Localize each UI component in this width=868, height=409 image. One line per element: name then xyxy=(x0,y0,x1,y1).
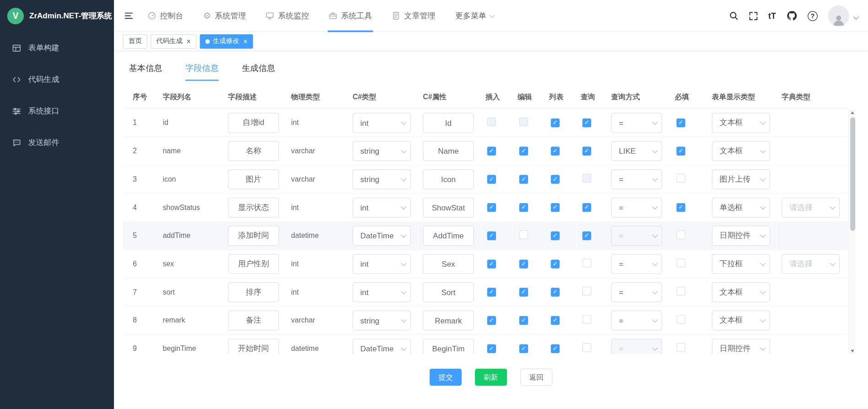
close-icon[interactable]: × xyxy=(243,38,248,45)
display-type-select[interactable]: 文本框 xyxy=(712,141,770,161)
edit-checkbox[interactable]: ✓ xyxy=(519,288,528,296)
insert-checkbox[interactable]: ✓ xyxy=(487,146,496,155)
search-icon[interactable] xyxy=(729,11,739,21)
list-checkbox[interactable]: ✓ xyxy=(551,175,560,183)
github-icon[interactable] xyxy=(787,11,797,21)
sidebar-item-send-email[interactable]: 发送邮件 xyxy=(0,127,114,158)
insert-checkbox[interactable]: ✓ xyxy=(487,175,496,183)
topnav-item-system-manage[interactable]: ⚙系统管理 xyxy=(203,0,246,32)
query-method-select[interactable]: = xyxy=(611,169,662,189)
display-type-select[interactable]: 文本框 xyxy=(712,310,770,330)
field-desc-input[interactable] xyxy=(228,310,279,330)
display-type-select[interactable]: 日期控件 xyxy=(712,226,770,246)
scrollbar-thumb[interactable] xyxy=(850,117,855,231)
query-checkbox[interactable] xyxy=(582,287,591,296)
cs-type-select[interactable]: DateTime xyxy=(353,339,411,354)
sidebar-item-form-builder[interactable]: 表单构建 xyxy=(0,32,114,64)
field-desc-input[interactable] xyxy=(228,339,279,354)
cs-property-input[interactable] xyxy=(423,113,474,133)
topnav-item-article-manage[interactable]: 文章管理 xyxy=(392,0,435,32)
required-checkbox[interactable] xyxy=(676,287,685,296)
app-logo[interactable]: V ZrAdmin.NET-管理系统 xyxy=(0,0,114,32)
query-checkbox[interactable] xyxy=(582,315,591,323)
tab-basic-info[interactable]: 基本信息 xyxy=(129,59,162,81)
topnav-item-system-tools[interactable]: 系统工具 xyxy=(329,0,372,32)
required-checkbox[interactable]: ✓ xyxy=(676,118,685,127)
cs-property-input[interactable] xyxy=(423,254,474,274)
display-type-select[interactable]: 图片上传 xyxy=(712,169,770,189)
cs-type-select[interactable]: int xyxy=(353,282,411,302)
list-checkbox[interactable]: ✓ xyxy=(551,259,560,268)
tab-generate-info[interactable]: 生成信息 xyxy=(242,59,275,81)
list-checkbox[interactable]: ✓ xyxy=(551,231,560,240)
cs-property-input[interactable] xyxy=(423,169,474,189)
help-icon[interactable]: ? xyxy=(808,11,818,21)
back-button[interactable]: 返回 xyxy=(520,369,552,386)
display-type-select[interactable]: 日期控件 xyxy=(712,339,770,354)
query-checkbox[interactable]: ✓ xyxy=(582,118,591,127)
edit-checkbox[interactable]: ✓ xyxy=(519,146,528,155)
chevron-down-icon[interactable] xyxy=(853,14,859,19)
display-type-select[interactable]: 单选框 xyxy=(712,197,770,217)
cs-type-select[interactable]: string xyxy=(353,169,411,189)
refresh-button[interactable]: 刷新 xyxy=(475,369,507,386)
topnav-item-more-menu[interactable]: 更多菜单 xyxy=(455,0,494,32)
query-checkbox[interactable]: ✓ xyxy=(582,203,591,212)
query-method-select[interactable]: = xyxy=(611,197,662,217)
field-desc-input[interactable] xyxy=(228,169,279,189)
query-checkbox[interactable] xyxy=(582,343,591,352)
cs-type-select[interactable]: int xyxy=(353,254,411,274)
query-checkbox[interactable]: ✓ xyxy=(582,146,591,155)
close-icon[interactable]: × xyxy=(187,38,191,45)
fullscreen-icon[interactable] xyxy=(749,11,758,20)
insert-checkbox[interactable]: ✓ xyxy=(487,344,496,353)
cs-type-select[interactable]: DateTime xyxy=(353,226,411,246)
field-desc-input[interactable] xyxy=(228,226,279,246)
display-type-select[interactable]: 文本框 xyxy=(712,282,770,302)
scrollbar-down-icon[interactable] xyxy=(849,347,856,355)
cs-type-select[interactable]: int xyxy=(353,197,411,217)
table-scrollbar[interactable] xyxy=(849,109,856,354)
tab-field-info[interactable]: 字段信息 xyxy=(185,59,219,81)
sidebar-item-system-api[interactable]: 系统接口 xyxy=(0,95,114,127)
cs-property-input[interactable] xyxy=(423,310,474,330)
query-method-select[interactable]: = xyxy=(611,310,662,330)
avatar[interactable] xyxy=(828,5,849,26)
required-checkbox[interactable] xyxy=(676,258,685,267)
sidebar-item-code-generation[interactable]: 代码生成 xyxy=(0,64,114,95)
field-desc-input[interactable] xyxy=(228,197,279,217)
list-checkbox[interactable]: ✓ xyxy=(551,288,560,296)
field-desc-input[interactable] xyxy=(228,113,279,133)
cs-type-select[interactable]: string xyxy=(353,141,411,161)
display-type-select[interactable]: 文本框 xyxy=(712,113,770,133)
list-checkbox[interactable]: ✓ xyxy=(551,118,560,127)
cs-property-input[interactable] xyxy=(423,141,474,161)
cs-property-input[interactable] xyxy=(423,197,474,217)
insert-checkbox[interactable]: ✓ xyxy=(487,316,496,324)
submit-button[interactable]: 提交 xyxy=(430,369,462,386)
insert-checkbox[interactable]: ✓ xyxy=(487,288,496,296)
edit-checkbox[interactable]: ✓ xyxy=(519,316,528,324)
menu-collapse-icon[interactable] xyxy=(124,11,134,21)
edit-checkbox[interactable]: ✓ xyxy=(519,175,528,183)
field-desc-input[interactable] xyxy=(228,282,279,302)
edit-checkbox[interactable]: ✓ xyxy=(519,203,528,212)
query-method-select[interactable]: = xyxy=(611,254,662,274)
cs-property-input[interactable] xyxy=(423,339,474,354)
insert-checkbox[interactable]: ✓ xyxy=(487,231,496,240)
query-method-select[interactable]: = xyxy=(611,282,662,302)
insert-checkbox[interactable]: ✓ xyxy=(487,259,496,268)
required-checkbox[interactable] xyxy=(676,230,685,239)
display-type-select[interactable]: 下拉框 xyxy=(712,254,770,274)
list-checkbox[interactable]: ✓ xyxy=(551,203,560,212)
dict-type-select[interactable]: 请选择 xyxy=(782,254,840,274)
edit-checkbox[interactable]: ✓ xyxy=(519,259,528,268)
cs-property-input[interactable] xyxy=(423,282,474,302)
tag-generate-modify[interactable]: 生成修改× xyxy=(199,34,253,48)
query-method-select[interactable]: LIKE xyxy=(611,141,662,161)
required-checkbox[interactable]: ✓ xyxy=(676,146,685,155)
query-method-select[interactable]: = xyxy=(611,113,662,133)
tag-code-generation[interactable]: 代码生成× xyxy=(151,34,196,48)
edit-checkbox[interactable] xyxy=(519,230,528,239)
edit-checkbox[interactable]: ✓ xyxy=(519,344,528,353)
